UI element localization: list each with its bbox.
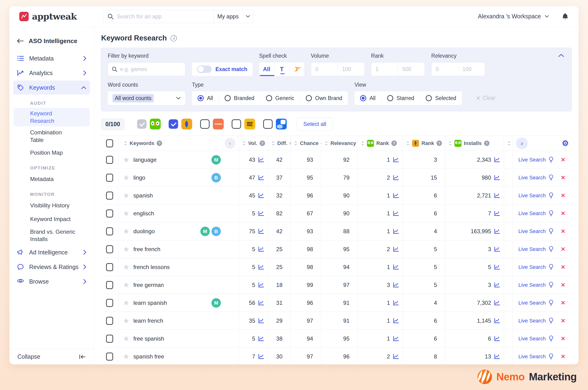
- volume-chart-icon[interactable]: [258, 211, 264, 216]
- info-icon[interactable]: i: [170, 35, 177, 42]
- filter-collapse-chevron-icon[interactable]: [558, 54, 564, 57]
- live-search-button[interactable]: Live Search: [518, 318, 546, 324]
- expand-columns-button[interactable]: ›: [516, 138, 528, 149]
- star-icon[interactable]: [123, 300, 129, 306]
- star-icon[interactable]: [123, 175, 129, 181]
- rank-chart-icon[interactable]: [393, 354, 399, 359]
- app-checkbox-babbel[interactable]: [200, 119, 210, 129]
- row-checkbox[interactable]: [106, 299, 113, 307]
- sort-icon[interactable]: [325, 141, 328, 146]
- volume-chart-icon[interactable]: [258, 175, 264, 181]
- row-checkbox[interactable]: [106, 227, 113, 235]
- installs-chart-icon[interactable]: [494, 336, 500, 341]
- rank-chart-icon[interactable]: [393, 264, 399, 270]
- volume-chart-icon[interactable]: [258, 300, 264, 306]
- sort-icon[interactable]: [361, 141, 365, 146]
- installs-chart-icon[interactable]: [494, 264, 500, 270]
- volume-chart-icon[interactable]: [258, 229, 264, 234]
- app-checkbox-memrise[interactable]: [232, 119, 241, 129]
- sidebar-item-browse[interactable]: Browse: [13, 274, 90, 289]
- remove-keyword-icon[interactable]: ✕: [561, 353, 565, 360]
- live-search-button[interactable]: Live Search: [518, 175, 546, 181]
- type-radio-all[interactable]: All: [192, 94, 219, 102]
- star-icon[interactable]: [123, 264, 129, 270]
- column-header-chance[interactable]: Chance: [300, 140, 318, 146]
- app-checkbox-rosetta-stone[interactable]: [169, 119, 178, 129]
- remove-keyword-icon[interactable]: ✕: [561, 300, 565, 306]
- type-radio-generic[interactable]: Generic: [260, 94, 300, 102]
- collapse-column-button[interactable]: ‹: [225, 138, 235, 149]
- remove-keyword-icon[interactable]: ✕: [561, 210, 565, 217]
- rank-min-input[interactable]: [371, 63, 398, 76]
- row-checkbox[interactable]: [106, 156, 113, 164]
- view-radio-starred[interactable]: Starred: [381, 94, 420, 102]
- spell-check-all-option[interactable]: All: [259, 62, 274, 76]
- sidebar-item-brand-vs-generic-installs[interactable]: Brand vs. Generic Installs: [14, 226, 90, 245]
- lightbulb-icon[interactable]: [548, 210, 554, 217]
- sidebar-item-keywords[interactable]: Keywords: [13, 81, 90, 95]
- rank-chart-icon[interactable]: [393, 336, 399, 341]
- volume-min-input[interactable]: [311, 63, 338, 76]
- live-search-button[interactable]: Live Search: [518, 246, 546, 252]
- remove-keyword-icon[interactable]: ✕: [561, 246, 565, 252]
- remove-keyword-icon[interactable]: ✕: [561, 282, 565, 288]
- lightbulb-icon[interactable]: [548, 335, 554, 342]
- row-checkbox[interactable]: [106, 335, 113, 343]
- row-checkbox[interactable]: [106, 353, 113, 361]
- volume-chart-icon[interactable]: [258, 157, 264, 163]
- column-header-diff[interactable]: Diff.: [277, 140, 288, 146]
- notifications-bell-icon[interactable]: [562, 13, 569, 20]
- lightbulb-icon[interactable]: [548, 299, 554, 306]
- star-icon[interactable]: [123, 354, 129, 359]
- spell-check-correct-option[interactable]: T: [274, 62, 289, 76]
- volume-chart-icon[interactable]: [258, 282, 264, 288]
- column-header-rank-app1[interactable]: Rank: [376, 140, 389, 146]
- relevancy-min-input[interactable]: [432, 63, 458, 76]
- column-header-rank-app2[interactable]: Rank: [421, 140, 434, 146]
- installs-chart-icon[interactable]: [494, 229, 500, 234]
- remove-keyword-icon[interactable]: ✕: [561, 228, 565, 235]
- installs-chart-icon[interactable]: [494, 318, 500, 324]
- rank-chart-icon[interactable]: [393, 300, 399, 306]
- star-icon[interactable]: [123, 157, 129, 163]
- live-search-button[interactable]: Live Search: [518, 300, 546, 306]
- lightbulb-icon[interactable]: [548, 174, 554, 181]
- row-checkbox[interactable]: [106, 192, 113, 199]
- live-search-button[interactable]: Live Search: [518, 157, 546, 163]
- sort-icon[interactable]: [271, 141, 275, 146]
- sidebar-item-metadata[interactable]: Metadata: [13, 51, 90, 65]
- live-search-button[interactable]: Live Search: [518, 228, 546, 235]
- star-icon[interactable]: [123, 282, 129, 288]
- lightbulb-icon[interactable]: [548, 317, 554, 324]
- app-checkbox-busuu[interactable]: [263, 119, 273, 129]
- installs-chart-icon[interactable]: [494, 282, 500, 288]
- workspace-selector[interactable]: Alexandra 's Workspace: [478, 13, 549, 20]
- sidebar-item-visibility-history[interactable]: Visibility History: [14, 199, 90, 212]
- collapse-button[interactable]: Collapse: [9, 349, 94, 364]
- remove-keyword-icon[interactable]: ✕: [561, 174, 565, 181]
- live-search-button[interactable]: Live Search: [518, 264, 546, 270]
- sidebar-item-position-map[interactable]: Position Map: [14, 146, 90, 159]
- star-icon[interactable]: [123, 246, 129, 252]
- rank-chart-icon[interactable]: [393, 175, 399, 181]
- lightbulb-icon[interactable]: [548, 228, 554, 235]
- rank-chart-icon[interactable]: [393, 211, 399, 216]
- help-icon[interactable]: ?: [391, 141, 397, 146]
- live-search-button[interactable]: Live Search: [518, 282, 546, 288]
- row-checkbox[interactable]: [106, 174, 113, 182]
- help-icon[interactable]: ?: [484, 141, 489, 146]
- rank-chart-icon[interactable]: [393, 282, 399, 288]
- exact-match-toggle[interactable]: Exact match: [192, 62, 252, 76]
- volume-chart-icon[interactable]: [258, 246, 264, 252]
- sidebar-item-combination-table[interactable]: Combination Table: [14, 127, 90, 146]
- sort-icon[interactable]: [242, 141, 246, 146]
- sidebar-item-ad-intelligence[interactable]: Ad Intelligence: [13, 245, 90, 259]
- lightbulb-icon[interactable]: [548, 264, 554, 271]
- remove-keyword-icon[interactable]: ✕: [561, 192, 565, 199]
- rank-chart-icon[interactable]: [393, 246, 399, 252]
- star-icon[interactable]: [123, 229, 129, 234]
- volume-chart-icon[interactable]: [258, 264, 264, 270]
- star-icon[interactable]: [123, 336, 129, 341]
- star-icon[interactable]: [123, 193, 129, 198]
- column-header-keywords[interactable]: Keywords: [129, 140, 154, 146]
